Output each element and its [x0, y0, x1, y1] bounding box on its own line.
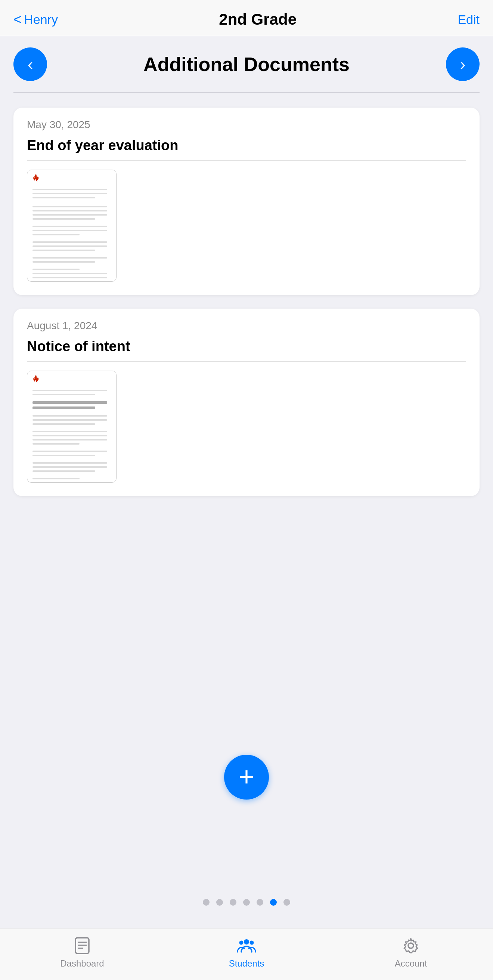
tab-dashboard[interactable]: Dashboard — [0, 936, 164, 969]
nav-bar: < Henry 2nd Grade Edit — [0, 0, 493, 36]
dashboard-icon — [71, 936, 93, 955]
tab-account-label: Account — [395, 958, 427, 969]
nav-title: 2nd Grade — [219, 10, 297, 29]
page-dot-0 — [203, 899, 210, 906]
doc-title-1: End of year evaluation — [27, 137, 466, 161]
add-document-button[interactable]: + — [224, 755, 269, 800]
page-dot-2 — [230, 899, 236, 906]
svg-point-7 — [408, 943, 413, 948]
section-header: ‹ Additional Documents › — [0, 36, 493, 92]
doc-date-1: May 30, 2025 — [27, 119, 466, 131]
svg-point-6 — [250, 941, 254, 945]
plus-icon: + — [239, 763, 254, 790]
main-content: May 30, 2025 End of year evaluation — [0, 93, 493, 928]
back-label: Henry — [24, 12, 58, 27]
doc-thumbnail-1[interactable] — [27, 170, 116, 282]
tab-students[interactable]: Students — [164, 936, 329, 969]
prev-arrow-icon: ‹ — [28, 56, 33, 73]
tab-dashboard-label: Dashboard — [60, 958, 104, 969]
page-dot-1 — [216, 899, 223, 906]
add-button-container: + — [13, 673, 480, 878]
prev-section-button[interactable]: ‹ — [13, 48, 47, 81]
doc-title-2: Notice of intent — [27, 339, 466, 362]
back-button[interactable]: < Henry — [13, 11, 58, 28]
page-dot-3 — [243, 899, 250, 906]
tab-students-label: Students — [229, 958, 264, 969]
section-title: Additional Documents — [47, 53, 446, 75]
svg-point-4 — [244, 939, 249, 945]
doc-logo-icon-1 — [32, 174, 40, 183]
next-arrow-icon: › — [460, 56, 466, 73]
svg-point-5 — [239, 941, 243, 945]
edit-button[interactable]: Edit — [458, 12, 480, 27]
page-dot-4 — [257, 899, 263, 906]
tab-account[interactable]: Account — [329, 936, 493, 969]
students-icon — [235, 936, 258, 955]
back-chevron-icon: < — [13, 11, 22, 28]
next-section-button[interactable]: › — [446, 48, 480, 81]
document-card-2[interactable]: August 1, 2024 Notice of intent — [13, 309, 480, 496]
account-icon — [400, 936, 422, 955]
doc-logo-icon-2 — [32, 375, 40, 384]
document-card-1[interactable]: May 30, 2025 End of year evaluation — [13, 108, 480, 295]
doc-thumbnail-2[interactable] — [27, 371, 116, 483]
page-dot-5 — [270, 899, 277, 906]
page-dots — [13, 891, 480, 913]
doc-date-2: August 1, 2024 — [27, 320, 466, 332]
page-dot-6 — [283, 899, 290, 906]
content-spacer — [13, 510, 480, 659]
tab-bar: Dashboard Students — [0, 928, 493, 980]
